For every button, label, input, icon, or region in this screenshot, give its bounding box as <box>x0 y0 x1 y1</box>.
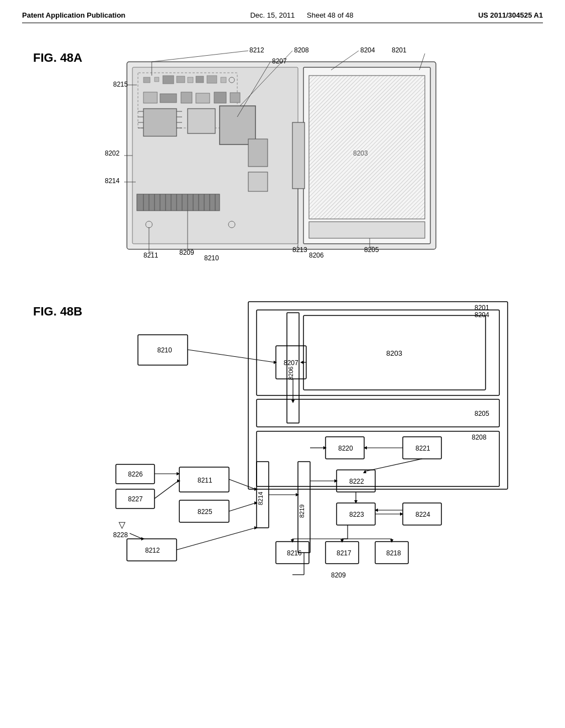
fig-48a-svg: 8212 8208 8207 8204 8201 8215 <box>94 45 469 266</box>
svg-text:8212: 8212 <box>145 547 160 554</box>
svg-text:8204: 8204 <box>475 311 489 319</box>
svg-text:8205: 8205 <box>475 410 489 417</box>
svg-text:8208: 8208 <box>294 46 309 54</box>
svg-text:▽: ▽ <box>119 520 126 529</box>
header-center: Dec. 15, 2011 Sheet 48 of 48 <box>250 11 353 19</box>
svg-line-131 <box>177 528 255 550</box>
svg-line-113 <box>229 479 255 489</box>
fig-48b-label: FIG. 48B <box>33 304 82 319</box>
svg-text:8206: 8206 <box>287 367 294 380</box>
fig-48a-section: FIG. 48A <box>33 40 532 271</box>
svg-text:8216: 8216 <box>287 549 302 557</box>
header-sheet: Sheet 48 of 48 <box>307 11 354 19</box>
svg-text:8227: 8227 <box>128 495 143 503</box>
svg-rect-10 <box>221 77 226 83</box>
svg-marker-150 <box>323 446 327 449</box>
svg-rect-49 <box>309 222 425 238</box>
svg-line-54 <box>152 51 248 62</box>
svg-marker-136 <box>296 493 299 496</box>
svg-marker-104 <box>291 400 295 403</box>
svg-text:8206: 8206 <box>309 251 324 259</box>
svg-marker-148 <box>363 470 366 473</box>
svg-rect-6 <box>177 76 185 83</box>
svg-text:8225: 8225 <box>198 508 212 516</box>
header-left: Patent Application Publication <box>22 11 125 19</box>
svg-marker-114 <box>254 488 258 491</box>
svg-text:8210: 8210 <box>204 254 219 262</box>
svg-text:8209: 8209 <box>179 249 194 256</box>
svg-marker-124 <box>177 479 180 483</box>
svg-text:8203: 8203 <box>386 349 402 357</box>
svg-line-147 <box>364 459 422 472</box>
svg-rect-12 <box>143 92 157 103</box>
svg-marker-106 <box>274 361 277 364</box>
svg-rect-47 <box>309 76 425 219</box>
svg-marker-171 <box>291 539 294 543</box>
svg-line-105 <box>188 350 275 362</box>
svg-text:8226: 8226 <box>128 470 143 478</box>
fig-48a-label: FIG. 48A <box>33 51 82 65</box>
svg-rect-52 <box>248 172 268 191</box>
svg-text:8204: 8204 <box>360 46 375 54</box>
svg-marker-177 <box>390 539 393 543</box>
fig-48b-section: FIG. 48B 8201 8204 8203 8205 <box>33 293 532 586</box>
svg-text:8211: 8211 <box>198 477 212 484</box>
svg-text:8213: 8213 <box>292 246 307 254</box>
header-right: US 2011/304525 A1 <box>478 11 543 19</box>
svg-rect-50 <box>292 122 305 189</box>
svg-text:8221: 8221 <box>415 445 430 452</box>
svg-text:8203: 8203 <box>353 149 368 157</box>
svg-text:8224: 8224 <box>415 511 430 518</box>
svg-text:8215: 8215 <box>113 81 128 88</box>
svg-line-115 <box>229 503 255 511</box>
svg-rect-95 <box>257 431 499 486</box>
page: Patent Application Publication Dec. 15, … <box>0 0 565 728</box>
svg-line-129 <box>130 533 142 539</box>
svg-text:8212: 8212 <box>249 46 264 54</box>
svg-text:8222: 8222 <box>349 478 364 485</box>
svg-rect-4 <box>154 77 159 82</box>
svg-text:8218: 8218 <box>386 549 401 557</box>
svg-text:8208: 8208 <box>472 433 487 441</box>
svg-text:8219: 8219 <box>299 505 305 518</box>
svg-text:8211: 8211 <box>143 251 158 259</box>
svg-rect-13 <box>160 94 177 103</box>
svg-text:8228: 8228 <box>113 531 128 539</box>
svg-text:8201: 8201 <box>475 304 489 312</box>
svg-text:8202: 8202 <box>105 149 120 157</box>
svg-text:8201: 8201 <box>392 46 407 54</box>
figures-container: FIG. 48A <box>22 40 543 586</box>
svg-text:8209: 8209 <box>331 571 346 579</box>
svg-rect-14 <box>181 92 192 103</box>
svg-rect-8 <box>196 76 204 83</box>
svg-line-123 <box>154 481 178 499</box>
svg-rect-3 <box>143 77 150 83</box>
svg-rect-27 <box>188 109 215 133</box>
svg-text:8223: 8223 <box>349 511 364 518</box>
svg-rect-17 <box>230 93 240 103</box>
svg-text:8220: 8220 <box>338 445 353 452</box>
svg-rect-5 <box>163 76 174 84</box>
svg-rect-7 <box>188 77 193 83</box>
svg-text:8214: 8214 <box>257 492 264 505</box>
svg-rect-51 <box>248 139 268 167</box>
svg-marker-146 <box>334 479 338 483</box>
svg-marker-132 <box>254 526 258 529</box>
svg-text:8217: 8217 <box>337 549 351 557</box>
svg-marker-130 <box>141 537 145 540</box>
svg-marker-102 <box>300 361 303 364</box>
svg-rect-29 <box>137 194 220 211</box>
svg-text:8207: 8207 <box>272 57 287 65</box>
svg-text:8207: 8207 <box>284 359 299 367</box>
page-header: Patent Application Publication Dec. 15, … <box>22 11 543 23</box>
svg-text:8210: 8210 <box>157 346 172 354</box>
header-date: Dec. 15, 2011 <box>250 11 295 19</box>
svg-rect-16 <box>214 92 226 103</box>
svg-marker-174 <box>340 539 344 543</box>
svg-rect-18 <box>143 109 177 136</box>
fig-48b-svg: 8201 8204 8203 8205 8206 <box>94 299 524 591</box>
svg-rect-15 <box>196 93 210 103</box>
svg-rect-9 <box>207 76 217 83</box>
svg-text:8214: 8214 <box>105 177 120 185</box>
